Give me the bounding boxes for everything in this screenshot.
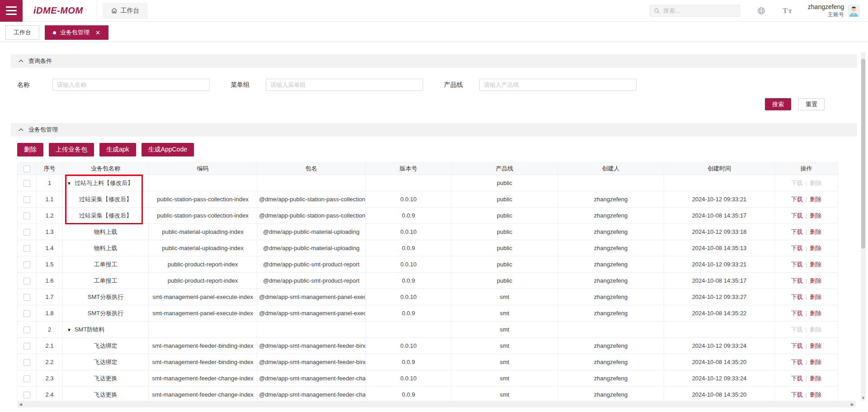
row-checkbox[interactable] xyxy=(24,343,30,350)
download-link[interactable]: 下载 xyxy=(791,277,803,284)
package-pkgname xyxy=(257,175,366,191)
download-link[interactable]: 下载 xyxy=(791,359,803,365)
download-link[interactable]: 下载 xyxy=(791,196,803,203)
package-code: smt-management-feeder-binding-index xyxy=(149,338,257,354)
row-checkbox[interactable] xyxy=(24,213,30,219)
text-size-icon[interactable]: Tᴛ xyxy=(783,6,793,15)
table-row: 1.8SMT分板执行smt-management-panel-execute-i… xyxy=(18,305,838,322)
download-link[interactable]: 下载 xyxy=(791,375,803,382)
vertical-scrollbar-thumb[interactable] xyxy=(861,59,865,249)
download-link[interactable]: 下载 xyxy=(791,245,803,251)
delete-link[interactable]: 删除 xyxy=(810,294,821,300)
download-link[interactable]: 下载 xyxy=(791,261,803,268)
row-checkbox[interactable] xyxy=(24,310,30,317)
action-separator: | xyxy=(806,228,807,235)
delete-link[interactable]: 删除 xyxy=(810,277,821,284)
delete-link[interactable]: 删除 xyxy=(810,326,821,333)
table-row: 1.1过站采集【修改后】public-station-pass-collecti… xyxy=(18,191,838,208)
package-name: 飞达绑定 xyxy=(94,359,118,365)
package-name-cell: 工单报工 xyxy=(63,273,149,289)
column-header-pkg: 包名 xyxy=(257,163,366,175)
name-input[interactable] xyxy=(52,79,210,91)
table-row: 1.4物料上载public-material-uploading-index@d… xyxy=(18,240,838,256)
actions-cell: 下载|删除 xyxy=(775,175,838,191)
reset-button[interactable]: 重置 xyxy=(798,98,825,110)
package-version: 0.0.9 xyxy=(366,240,452,256)
table-row: 1.5工单报工public-product-report-index@dme/a… xyxy=(18,256,838,273)
row-checkbox[interactable] xyxy=(24,229,30,236)
row-checkbox[interactable] xyxy=(24,278,30,284)
home-icon xyxy=(111,7,118,14)
scroll-down-arrow-icon[interactable]: ▼ xyxy=(861,396,866,400)
close-tab-icon[interactable]: ✕ xyxy=(95,29,100,36)
active-tab-dot-icon xyxy=(53,31,56,34)
user-info[interactable]: zhangzefeng 主账号 xyxy=(808,3,844,18)
creator xyxy=(558,322,664,338)
collapse-row-icon[interactable]: ▼ xyxy=(67,181,71,186)
row-checkbox[interactable] xyxy=(24,375,30,382)
delete-link[interactable]: 删除 xyxy=(810,245,821,251)
delete-link[interactable]: 删除 xyxy=(810,228,821,235)
delete-link[interactable]: 删除 xyxy=(810,391,821,398)
download-link[interactable]: 下载 xyxy=(791,212,803,219)
global-search[interactable] xyxy=(650,5,740,17)
row-checkbox[interactable] xyxy=(24,180,30,187)
vertical-scrollbar[interactable]: ▼ xyxy=(861,52,866,401)
download-link[interactable]: 下载 xyxy=(791,228,803,235)
collapse-row-icon[interactable]: ▼ xyxy=(67,327,71,332)
delete-link[interactable]: 删除 xyxy=(810,310,821,317)
download-link[interactable]: 下载 xyxy=(791,310,803,317)
scroll-left-arrow-icon[interactable]: ◀ xyxy=(19,402,22,407)
tab-workbench[interactable]: 工作台 xyxy=(5,25,39,40)
row-checkbox[interactable] xyxy=(24,294,30,301)
package-management-header[interactable]: 业务包管理 xyxy=(11,123,857,137)
row-seq: 2.2 xyxy=(37,354,63,370)
generate-apk-button[interactable]: 生成apk xyxy=(99,143,136,156)
horizontal-scrollbar[interactable]: ◀ ▶ xyxy=(17,401,856,407)
action-separator: | xyxy=(806,375,807,382)
language-globe-icon[interactable] xyxy=(757,7,765,15)
generate-appcode-button[interactable]: 生成AppCode xyxy=(142,143,194,156)
section-title: 查询条件 xyxy=(28,57,52,65)
scroll-right-arrow-icon[interactable]: ▶ xyxy=(851,402,854,407)
row-checkbox[interactable] xyxy=(24,359,30,366)
menu-group-input[interactable] xyxy=(266,79,423,91)
delete-link[interactable]: 删除 xyxy=(810,212,821,219)
package-version: 0.0.10 xyxy=(366,191,452,208)
product-line-input[interactable] xyxy=(479,79,637,91)
package-pkgname: @dme/app-public-smt-product-report xyxy=(257,273,366,289)
select-all-checkbox[interactable] xyxy=(24,166,30,172)
creator: zhangzefeng xyxy=(558,289,664,305)
row-checkbox[interactable] xyxy=(24,245,30,252)
creator: zhangzefeng xyxy=(558,191,664,208)
delete-link[interactable]: 删除 xyxy=(810,261,821,268)
delete-link[interactable]: 删除 xyxy=(810,180,821,186)
download-link[interactable]: 下载 xyxy=(791,342,803,349)
row-checkbox[interactable] xyxy=(24,392,30,398)
download-link[interactable]: 下载 xyxy=(791,294,803,300)
actions-cell: 下载|删除 xyxy=(775,240,838,256)
row-checkbox[interactable] xyxy=(24,196,30,203)
delete-link[interactable]: 删除 xyxy=(810,375,821,382)
delete-link[interactable]: 删除 xyxy=(810,359,821,365)
package-name: 飞达更换 xyxy=(94,375,118,382)
product-line: public xyxy=(452,256,558,273)
upload-package-button[interactable]: 上传业务包 xyxy=(49,143,94,156)
hamburger-menu-button[interactable] xyxy=(0,0,23,22)
download-link[interactable]: 下载 xyxy=(791,326,803,333)
user-avatar[interactable] xyxy=(848,5,860,17)
search-button[interactable]: 搜索 xyxy=(765,98,791,110)
home-workbench-button[interactable]: 工作台 xyxy=(103,3,148,19)
package-version: 0.0.10 xyxy=(366,370,452,387)
row-checkbox[interactable] xyxy=(24,261,30,268)
download-link[interactable]: 下载 xyxy=(791,180,803,186)
delete-link[interactable]: 删除 xyxy=(810,342,821,349)
package-code: public-material-uploading-index xyxy=(149,240,257,256)
delete-link[interactable]: 删除 xyxy=(810,196,821,203)
tab-package-management[interactable]: 业务包管理 ✕ xyxy=(45,25,108,40)
search-input[interactable] xyxy=(663,7,731,14)
delete-button[interactable]: 删除 xyxy=(17,143,43,156)
download-link[interactable]: 下载 xyxy=(791,391,803,398)
row-checkbox[interactable] xyxy=(24,327,30,333)
query-conditions-header[interactable]: 查询条件 xyxy=(11,54,857,68)
